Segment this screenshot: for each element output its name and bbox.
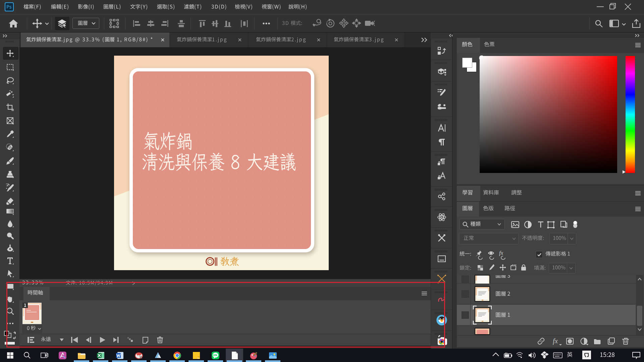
svg-text:fx: fx — [553, 337, 558, 345]
svg-text:fx: fx — [499, 250, 503, 256]
